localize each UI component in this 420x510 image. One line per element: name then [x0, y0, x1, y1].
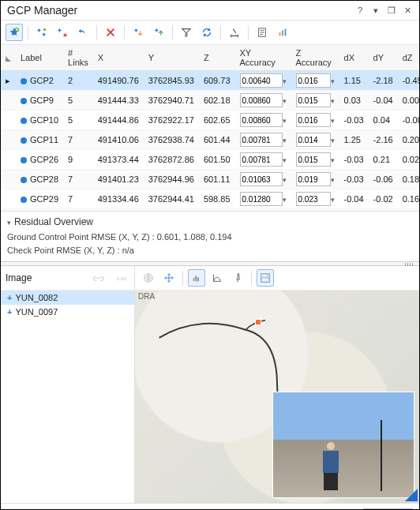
chart-button[interactable]	[274, 24, 291, 41]
report-button[interactable]	[253, 24, 271, 41]
chevron-down-icon[interactable]	[283, 155, 287, 164]
z-accuracy-input[interactable]	[296, 192, 331, 206]
col-dy[interactable]: dY	[369, 45, 398, 71]
z-accuracy-input[interactable]	[296, 93, 331, 107]
image-list[interactable]: +YUN_0082+YUN_0097	[1, 291, 134, 503]
col-z[interactable]: Z	[199, 45, 235, 71]
corner-header[interactable]	[1, 45, 16, 71]
col-links[interactable]: # Links	[63, 45, 93, 71]
cell-xy	[235, 111, 291, 130]
splitter[interactable]	[1, 261, 419, 266]
table-row[interactable]: GCP117491410.063762938.74601.441.25-2.16…	[1, 130, 419, 150]
xy-accuracy-input[interactable]	[240, 172, 283, 186]
chevron-down-icon[interactable]	[331, 76, 335, 85]
histogram-button[interactable]	[188, 269, 205, 287]
pan-icon	[163, 272, 174, 283]
cell-dz: 0.02	[398, 150, 419, 170]
chevron-down-icon[interactable]	[283, 76, 287, 85]
table-row[interactable]: GCP269491373.443762872.86601.50-0.030.21…	[1, 150, 419, 170]
measure-button[interactable]	[226, 24, 243, 41]
z-accuracy-input[interactable]	[296, 133, 331, 147]
gcp-marker[interactable]	[255, 319, 261, 325]
cell-links: 9	[63, 150, 93, 170]
viewer-toolbar	[135, 266, 419, 291]
import-button[interactable]	[129, 24, 147, 41]
cell-z: 609.73	[199, 71, 235, 91]
stretch-button[interactable]	[208, 269, 226, 287]
chevron-down-icon[interactable]	[331, 115, 335, 125]
chart-icon	[277, 27, 288, 38]
image-scale-button[interactable]: 1:10	[112, 269, 129, 287]
cell-y: 3762938.74	[144, 130, 199, 150]
xy-accuracy-input[interactable]	[240, 192, 283, 206]
multi-delete-button[interactable]	[54, 24, 71, 41]
table-row[interactable]: ▸GCP22491490.763762845.93609.731.15-2.18…	[1, 71, 419, 91]
cell-za	[291, 150, 339, 170]
chevron-down-icon[interactable]	[283, 135, 287, 144]
xy-accuracy-input[interactable]	[240, 133, 283, 147]
chevron-down-icon[interactable]	[331, 96, 335, 105]
col-dz[interactable]: dZ	[398, 45, 419, 71]
dropdown-button[interactable]: ▾	[370, 5, 381, 16]
pan-button[interactable]	[160, 269, 178, 287]
col-xy-accuracy[interactable]: XY Accuracy	[235, 45, 291, 71]
z-accuracy-input[interactable]	[296, 113, 331, 127]
row-marker	[1, 150, 16, 170]
col-z-accuracy[interactable]: Z Accuracy	[291, 45, 339, 71]
chevron-down-icon[interactable]	[283, 174, 287, 184]
chevron-down-icon[interactable]	[283, 194, 287, 204]
z-accuracy-input[interactable]	[296, 172, 331, 186]
col-y[interactable]: Y	[144, 45, 199, 71]
title-bar: GCP Manager ? ▾ ❐ ✕	[1, 1, 419, 21]
table-row[interactable]: GCP287491401.233762944.96601.11-0.03-0.0…	[1, 170, 419, 189]
image-list-item[interactable]: +YUN_0082	[1, 291, 134, 305]
refresh-button[interactable]	[198, 24, 216, 41]
undo-button[interactable]	[74, 24, 92, 41]
add-gcp-button[interactable]	[6, 24, 23, 41]
cell-z: 601.44	[199, 130, 235, 150]
cell-label: GCP10	[16, 111, 63, 130]
table-row[interactable]: GCP297491334.463762944.41598.85-0.04-0.0…	[1, 189, 419, 209]
restore-button[interactable]: ❐	[386, 5, 397, 16]
xy-accuracy-input[interactable]	[240, 113, 283, 127]
viewer-canvas[interactable]: DRA	[135, 291, 419, 503]
col-label[interactable]: Label	[16, 45, 63, 71]
z-accuracy-input[interactable]	[296, 73, 331, 88]
toolbar-separator	[28, 25, 28, 39]
undo-icon	[77, 27, 88, 38]
xy-accuracy-input[interactable]	[240, 93, 283, 107]
chevron-down-icon	[7, 216, 11, 227]
delete-button[interactable]	[102, 24, 119, 41]
col-dx[interactable]: dX	[339, 45, 369, 71]
export-button[interactable]	[150, 24, 167, 41]
svg-rect-2	[279, 32, 281, 36]
xy-accuracy-input[interactable]	[240, 73, 283, 88]
xy-accuracy-input[interactable]	[240, 152, 283, 167]
chevron-down-icon[interactable]	[283, 96, 287, 105]
close-button[interactable]: ✕	[402, 5, 413, 16]
chevron-down-icon[interactable]	[331, 194, 335, 204]
globe-button[interactable]	[140, 269, 157, 287]
multi-add-button[interactable]	[33, 24, 51, 41]
cell-z: 598.85	[199, 189, 235, 209]
help-button[interactable]: ?	[354, 5, 366, 16]
col-x[interactable]: X	[93, 45, 144, 71]
table-row[interactable]: GCP105491444.863762922.17602.65-0.030.04…	[1, 111, 419, 130]
chevron-down-icon[interactable]	[331, 174, 335, 184]
filter-button[interactable]	[178, 24, 195, 41]
pushpin-button[interactable]	[229, 269, 246, 287]
cell-x: 491373.44	[93, 150, 144, 170]
chevron-down-icon[interactable]	[331, 155, 335, 164]
cell-y: 3762845.93	[144, 71, 199, 91]
raster-button[interactable]	[257, 269, 274, 287]
cell-dz: 0.20	[398, 130, 419, 150]
chevron-down-icon[interactable]	[331, 135, 335, 144]
chevron-down-icon[interactable]	[283, 115, 287, 125]
image-list-item[interactable]: +YUN_0097	[1, 305, 134, 319]
viewer-expand-corner[interactable]	[405, 489, 418, 501]
gcp-table-container[interactable]: Label # Links X Y Z XY Accuracy Z Accura…	[1, 45, 419, 211]
image-link-button[interactable]	[90, 269, 107, 287]
table-row[interactable]: GCP95491444.333762940.71602.180.03-0.040…	[1, 91, 419, 111]
z-accuracy-input[interactable]	[296, 152, 331, 167]
residual-toggle[interactable]: Residual Overview	[7, 216, 413, 231]
